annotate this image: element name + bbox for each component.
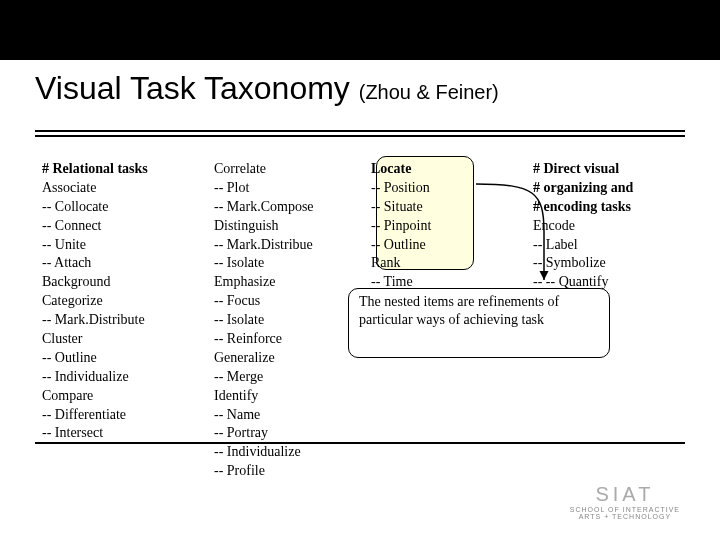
list-item: Encode <box>533 217 693 236</box>
list-item: -- Plot <box>214 179 349 198</box>
list-item: Categorize <box>42 292 192 311</box>
callout-text: The nested items are refinements of part… <box>359 294 559 327</box>
col4-header-3: # encoding tasks <box>533 198 693 217</box>
list-item: Background <box>42 273 192 292</box>
title-main: Visual Task Taxonomy <box>35 70 350 106</box>
list-item: -- Mark.Distribue <box>214 236 349 255</box>
locate-header: Locate <box>371 160 511 179</box>
col1-header: # Relational tasks <box>42 160 192 179</box>
list-item: -- Connect <box>42 217 192 236</box>
list-item: Rank <box>371 254 511 273</box>
divider-bottom <box>35 442 685 444</box>
list-item: -- Isolate <box>214 311 349 330</box>
list-item: -- Portray <box>214 424 349 443</box>
list-item: -- Reinforce <box>214 330 349 349</box>
siat-logo: SIAT SCHOOL OF INTERACTIVE ARTS + TECHNO… <box>570 483 680 520</box>
list-item: -- Mark.Compose <box>214 198 349 217</box>
list-item: -- Individualize <box>214 443 349 462</box>
divider-top-1 <box>35 130 685 132</box>
list-item: -- Symbolize <box>533 254 693 273</box>
col4-header-1: # Direct visual <box>533 160 693 179</box>
divider-top-2 <box>35 135 685 137</box>
list-item: -- Profile <box>214 462 349 481</box>
column-2: Correlate -- Plot -- Mark.Compose Distin… <box>214 160 349 481</box>
list-item: -- Position <box>371 179 511 198</box>
column-1: # Relational tasks Associate -- Collocat… <box>42 160 192 481</box>
list-item: -- Outline <box>371 236 511 255</box>
list-item: Compare <box>42 387 192 406</box>
list-item: -- Focus <box>214 292 349 311</box>
list-item: -- Pinpoint <box>371 217 511 236</box>
list-item: Identify <box>214 387 349 406</box>
list-item: Cluster <box>42 330 192 349</box>
list-item: Associate <box>42 179 192 198</box>
list-item: -- Isolate <box>214 254 349 273</box>
slide-title: Visual Task Taxonomy (Zhou & Feiner) <box>35 70 499 107</box>
logo-line2: ARTS + TECHNOLOGY <box>570 513 680 520</box>
top-black-bar <box>0 0 720 60</box>
list-item: -- Unite <box>42 236 192 255</box>
list-item: -- Name <box>214 406 349 425</box>
list-item: -- Mark.Distribute <box>42 311 192 330</box>
list-item: -- Situate <box>371 198 511 217</box>
logo-mark: SIAT <box>570 483 680 506</box>
list-item: -- Differentiate <box>42 406 192 425</box>
list-item: -- Outline <box>42 349 192 368</box>
list-item: Emphasize <box>214 273 349 292</box>
list-item: -- Intersect <box>42 424 192 443</box>
list-item: -- Merge <box>214 368 349 387</box>
list-item: Distinguish <box>214 217 349 236</box>
title-attribution: (Zhou & Feiner) <box>359 81 499 103</box>
list-item: -- Collocate <box>42 198 192 217</box>
col4-header-2: # organizing and <box>533 179 693 198</box>
list-item: Generalize <box>214 349 349 368</box>
list-item: -- Attach <box>42 254 192 273</box>
logo-line1: SCHOOL OF INTERACTIVE <box>570 506 680 513</box>
list-item: -- Label <box>533 236 693 255</box>
list-item: -- Individualize <box>42 368 192 387</box>
list-item: Correlate <box>214 160 349 179</box>
callout-box: The nested items are refinements of part… <box>348 288 610 358</box>
